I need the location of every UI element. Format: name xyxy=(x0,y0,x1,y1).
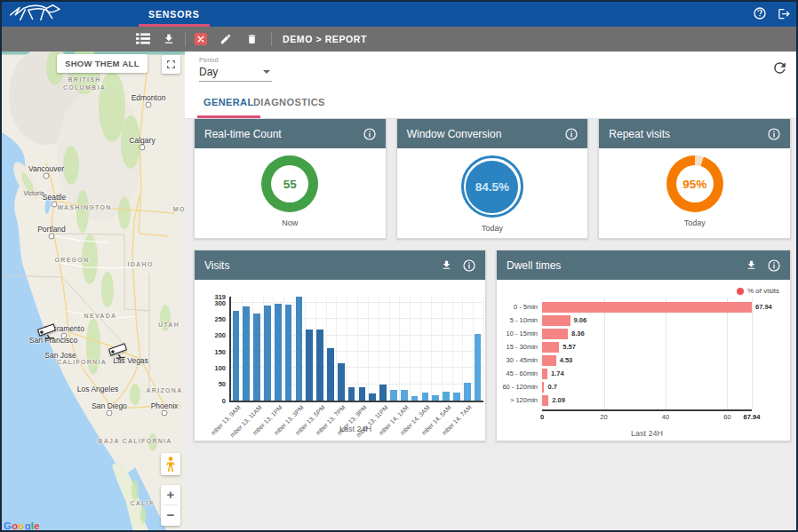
gridline xyxy=(347,297,347,401)
dwell-category-label: 15 - 30min xyxy=(497,343,538,351)
dwell-value-label: 9.06 xyxy=(574,316,587,324)
dwell-bar[interactable] xyxy=(542,302,752,313)
visits-bar[interactable] xyxy=(275,304,282,401)
visits-bar[interactable] xyxy=(285,305,292,401)
charts-row: Visits 050100150200250300319mber 13, 9AM… xyxy=(194,250,791,441)
download-icon xyxy=(746,259,757,271)
google-logo-letter: e xyxy=(34,520,40,531)
info-button[interactable] xyxy=(768,259,780,272)
visits-bar[interactable] xyxy=(422,393,429,401)
dwell-category-label: 45 - 60min xyxy=(497,369,538,377)
kpi-card-realtime-count: Real-time Count 55 Now xyxy=(194,118,387,239)
period-select[interactable]: Period Day xyxy=(199,55,272,82)
window-conversion-gauge: 84.5% xyxy=(461,155,523,218)
download-report-button[interactable] xyxy=(163,33,175,45)
visits-bar[interactable] xyxy=(453,393,460,401)
info-icon xyxy=(768,128,780,140)
sensor-camera-marker[interactable] xyxy=(108,343,132,364)
visits-bar[interactable] xyxy=(253,314,260,401)
sensor-camera-marker[interactable] xyxy=(36,323,61,345)
visits-bar[interactable] xyxy=(379,385,387,401)
info-button[interactable] xyxy=(363,128,376,140)
pegman-icon xyxy=(166,456,175,473)
visits-bar[interactable] xyxy=(338,363,345,401)
period-label: Period xyxy=(199,56,219,64)
visits-bar[interactable] xyxy=(233,311,240,401)
y-axis-tick-label: 200 xyxy=(195,331,226,339)
info-button[interactable] xyxy=(463,259,475,272)
visits-bar[interactable] xyxy=(264,306,271,401)
map-pane[interactable]: BRITISH COLUMBIAEdmontonCalgaryVancouver… xyxy=(0,52,185,532)
card-title: Visits xyxy=(204,259,430,272)
visits-bar[interactable] xyxy=(464,383,471,401)
tab-diagnostics[interactable]: DIAGNOSTICS xyxy=(243,86,335,118)
visits-bar[interactable] xyxy=(316,330,323,401)
brand-logo-fox[interactable] xyxy=(7,3,71,24)
y-axis-tick-label: 0 xyxy=(195,397,226,405)
toolbar: DEMO > REPORT xyxy=(0,27,798,52)
map-city-dot xyxy=(107,410,113,417)
period-bar: Period Day xyxy=(185,52,798,87)
x-axis-tick-label: 40 xyxy=(650,413,681,421)
visits-chart-card: Visits 050100150200250300319mber 13, 9AM… xyxy=(194,250,486,441)
content-pane: Period Day GENERAL DIAGNOSTICS Real- xyxy=(185,52,798,532)
legend-dot-icon xyxy=(737,288,744,295)
y-axis-tick-label: 319 xyxy=(195,293,226,301)
dwell-bar[interactable] xyxy=(542,369,547,379)
dwell-category-label: 30 - 45min xyxy=(497,356,538,364)
info-button[interactable] xyxy=(768,128,780,140)
visits-bar[interactable] xyxy=(369,393,376,401)
download-chart-button[interactable] xyxy=(746,259,757,271)
excel-export-button[interactable] xyxy=(195,33,207,45)
zoom-in-button[interactable]: + xyxy=(161,485,180,504)
visits-bar[interactable] xyxy=(475,334,482,401)
dwell-bar[interactable] xyxy=(542,355,556,366)
dwell-bar[interactable] xyxy=(542,315,571,326)
download-chart-button[interactable] xyxy=(441,259,452,271)
pegman-button[interactable] xyxy=(161,453,180,475)
visits-bar[interactable] xyxy=(327,348,334,401)
view-list-button[interactable] xyxy=(136,33,150,44)
visits-bar[interactable] xyxy=(348,387,355,401)
dwell-bar[interactable] xyxy=(542,329,568,339)
gridline xyxy=(431,297,432,401)
map-city-dot xyxy=(146,102,152,108)
zoom-out-button[interactable]: − xyxy=(161,505,180,525)
dwell-bar[interactable] xyxy=(542,382,544,393)
map-city-dot xyxy=(52,202,58,208)
gridline xyxy=(452,297,453,401)
nav-item-sensors[interactable]: SENSORS xyxy=(137,0,211,27)
visits-bar[interactable] xyxy=(411,396,419,401)
show-them-all-button[interactable]: SHOW THEM ALL xyxy=(57,54,148,73)
visits-plot-area xyxy=(229,297,483,402)
card-body: 55 Now xyxy=(195,155,386,239)
logout-button[interactable] xyxy=(778,7,791,20)
help-button[interactable] xyxy=(753,6,767,20)
visits-bar[interactable] xyxy=(401,390,408,401)
gridline xyxy=(357,297,358,401)
visits-bar[interactable] xyxy=(296,297,303,401)
edit-button[interactable] xyxy=(219,33,232,45)
refresh-button[interactable] xyxy=(770,60,789,79)
google-logo[interactable]: Google xyxy=(4,520,40,531)
fullscreen-button[interactable] xyxy=(162,55,180,74)
gauge-value: 95% xyxy=(682,178,706,191)
visits-bar[interactable] xyxy=(359,387,366,401)
visits-bar[interactable] xyxy=(432,395,439,401)
visits-bar[interactable] xyxy=(443,392,450,401)
delete-button[interactable] xyxy=(246,33,258,45)
dwell-bar[interactable] xyxy=(542,342,559,353)
gridline xyxy=(604,298,605,409)
visits-bar[interactable] xyxy=(243,306,250,401)
y-axis-tick-label: 100 xyxy=(195,364,226,372)
visits-bar[interactable] xyxy=(390,390,397,401)
dwell-category-label: 10 - 15min xyxy=(497,330,538,337)
excel-export-icon xyxy=(195,33,207,45)
x-axis-line xyxy=(542,409,752,411)
dwell-bar[interactable] xyxy=(542,395,548,406)
info-button[interactable] xyxy=(565,128,578,140)
google-logo-letter: o xyxy=(18,520,24,531)
visits-bar[interactable] xyxy=(306,330,313,401)
kpi-card-window-conversion: Window Conversion 84.5% Today xyxy=(396,118,589,239)
dwell-value-label: 8.36 xyxy=(571,330,585,337)
